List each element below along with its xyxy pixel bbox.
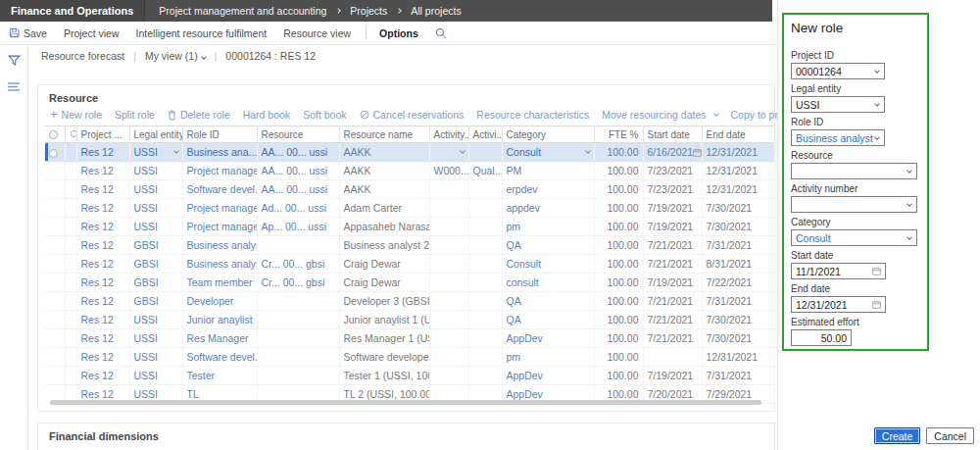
cell-project[interactable]: Res 12 xyxy=(76,367,129,385)
cell-activity2[interactable] xyxy=(468,292,502,311)
table-row[interactable]: Res 12USSIJunior anaylistJunior anaylist… xyxy=(45,311,774,329)
table-row[interactable]: Res 12USSIProject managerAd... 00... uss… xyxy=(45,199,774,218)
horizontal-scrollbar[interactable] xyxy=(50,400,761,405)
command-item[interactable]: Resource view xyxy=(283,27,351,39)
cell-fte[interactable]: 100.00 xyxy=(594,180,643,199)
cell-start-date[interactable]: 7/23/2021 xyxy=(643,180,702,199)
cell-activity[interactable]: W000... xyxy=(429,162,468,180)
action-soft-book[interactable]: Soft book xyxy=(303,109,346,121)
cell-legal-entity[interactable]: USSI xyxy=(129,218,182,236)
cell-activity2[interactable] xyxy=(468,274,502,292)
column-header[interactable]: Start date xyxy=(643,126,702,143)
cell-activity[interactable] xyxy=(429,367,468,385)
column-header[interactable]: Role ID xyxy=(182,126,257,143)
cell-category[interactable]: Consult xyxy=(502,255,594,274)
cell-project[interactable]: Res 12 xyxy=(76,199,129,218)
cell-role-id[interactable]: Team member xyxy=(182,274,257,292)
cell-resource[interactable]: Ad... 00... ussi xyxy=(257,199,339,218)
cell-resource[interactable] xyxy=(257,367,339,385)
create-button[interactable]: Create xyxy=(874,427,921,444)
table-row[interactable]: Res 12GBSIBusiness analystCr... 00... gb… xyxy=(45,255,774,274)
cell-resource[interactable]: Cr... 00... gbsi xyxy=(257,274,339,292)
cell-fte[interactable]: 100.00 xyxy=(594,236,643,255)
end-date-input[interactable]: 12/31/2021 xyxy=(791,296,886,313)
cell-project[interactable]: Res 12 xyxy=(76,162,129,180)
cell-activity2[interactable] xyxy=(468,329,502,348)
cell-role-id[interactable]: Project manager xyxy=(182,218,257,236)
cell-activity[interactable] xyxy=(429,199,468,218)
cell-activity[interactable] xyxy=(429,292,468,311)
cell-legal-entity[interactable]: GBSI xyxy=(129,274,182,292)
cell-activity2[interactable] xyxy=(468,348,502,367)
table-row[interactable]: Res 12USSISoftware devel...Software deve… xyxy=(45,348,774,367)
action-new-role[interactable]: +New role xyxy=(50,109,102,121)
cell-fte[interactable]: 100.00 xyxy=(594,292,643,311)
column-header[interactable]: Activity... xyxy=(429,126,468,143)
calendar-icon[interactable] xyxy=(693,148,702,157)
table-row[interactable]: Res 12GBSIDeveloperDeveloper 3 (GBSI, 1.… xyxy=(45,292,774,311)
column-header[interactable]: Resource xyxy=(257,126,339,143)
cell-end-date[interactable]: 12/31/2021 xyxy=(702,143,774,162)
cell-start-date[interactable]: 7/19/2021 xyxy=(643,199,702,218)
cell-legal-entity[interactable]: GBSI xyxy=(129,236,182,255)
cell-activity2[interactable] xyxy=(468,236,502,255)
cell-start-date[interactable]: 7/23/2021 xyxy=(643,162,702,180)
cell-end-date[interactable]: 7/30/2021 xyxy=(702,329,774,348)
command-item[interactable]: Intelligent resource fulfilment xyxy=(136,27,268,39)
cell-project[interactable]: Res 12 xyxy=(76,292,129,311)
cell-end-date[interactable]: 7/31/2021 xyxy=(702,367,774,385)
cell-end-date[interactable]: 7/30/2021 xyxy=(702,199,774,218)
cell-resource-name[interactable]: Software developer ... xyxy=(339,348,429,367)
column-header[interactable]: Resource name xyxy=(339,126,429,143)
cell-role-id[interactable]: Developer xyxy=(182,292,257,311)
cell-fte[interactable]: 100.00 xyxy=(594,367,643,385)
select-all-column[interactable] xyxy=(45,126,65,143)
cell-resource[interactable] xyxy=(257,292,339,311)
cell-legal-entity[interactable]: USSI xyxy=(129,367,182,385)
cell-resource-name[interactable]: Junior anaylist 1 (US... xyxy=(339,311,429,329)
cell-start-date[interactable]: 7/21/2021 xyxy=(643,236,702,255)
cell-resource[interactable]: AA... 00... ussi xyxy=(257,143,339,162)
cell-category[interactable]: PM xyxy=(502,162,594,180)
start-date-input[interactable]: 11/1/2021 xyxy=(791,263,886,279)
cell-resource-name[interactable]: Appasaheb Narasan... xyxy=(339,218,429,236)
cell-resource[interactable]: AA... 00... ussi xyxy=(257,180,339,199)
cell-resource-name[interactable]: Business analyst 2 (... xyxy=(339,236,429,255)
save-button[interactable]: Save xyxy=(9,27,47,39)
action-delete-role[interactable]: Delete role xyxy=(168,109,230,121)
cell-start-date[interactable]: 7/19/2021 xyxy=(643,218,702,236)
row-selector-cell[interactable] xyxy=(45,162,65,180)
cell-end-date[interactable]: 12/31/2021 xyxy=(702,348,774,367)
cell-resource-name[interactable]: Developer 3 (GBSI, 1... xyxy=(339,292,429,311)
cell-legal-entity[interactable]: USSI xyxy=(129,348,182,367)
column-header[interactable]: FTE % xyxy=(594,126,643,143)
cell-activity2[interactable]: Qual... xyxy=(468,162,502,180)
menu-icon[interactable] xyxy=(8,82,20,91)
cell-activity[interactable] xyxy=(429,348,468,367)
cell-activity[interactable] xyxy=(429,329,468,348)
cell-project[interactable]: Res 12 xyxy=(76,274,129,292)
cell-fte[interactable]: 100.00 xyxy=(594,162,643,180)
cell-project[interactable]: Res 12 xyxy=(76,180,129,199)
calendar-icon[interactable] xyxy=(872,267,881,275)
table-row[interactable]: Res 12GBSIBusiness analystBusiness analy… xyxy=(45,236,774,255)
cell-resource[interactable] xyxy=(257,236,339,255)
row-selector-cell[interactable] xyxy=(45,274,65,292)
cell-project[interactable]: Res 12 xyxy=(76,348,129,367)
cell-resource-name[interactable]: Craig Dewar xyxy=(339,255,429,274)
table-row[interactable]: Res 12USSIRes ManagerRes Manager 1 (USSI… xyxy=(45,329,774,348)
cell-role-id[interactable]: Software devel... xyxy=(182,180,257,199)
estimated-effort-input[interactable]: 50.00 xyxy=(791,329,852,346)
cell-start-date[interactable]: 6/16/2021 xyxy=(643,143,702,162)
column-header[interactable]: Project ... xyxy=(76,126,129,143)
activity-number-input[interactable] xyxy=(791,196,917,213)
cell-resource-name[interactable]: Adam Carter xyxy=(339,199,429,218)
cell-activity2[interactable] xyxy=(468,311,502,329)
cell-fte[interactable]: 100.00 xyxy=(594,348,643,367)
cell-fte[interactable]: 100.00 xyxy=(594,199,643,218)
cell-legal-entity[interactable]: USSI xyxy=(129,311,182,329)
cell-project[interactable]: Res 12 xyxy=(76,255,129,274)
cell-role-id[interactable]: Project manager xyxy=(182,162,257,180)
resource-input[interactable] xyxy=(791,163,917,179)
cancel-button[interactable]: Cancel xyxy=(926,427,974,444)
